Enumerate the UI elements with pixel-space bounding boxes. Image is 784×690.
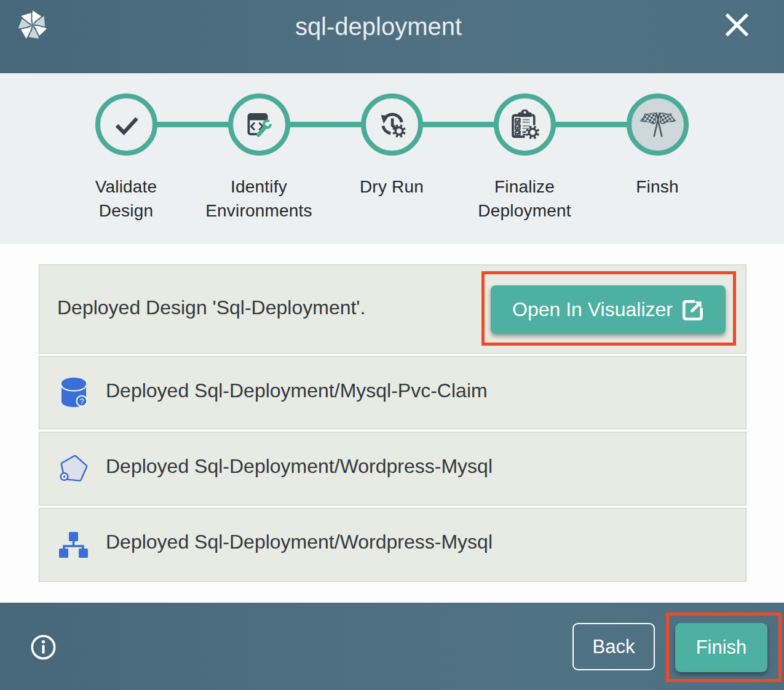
svg-text:?: ? [80, 397, 84, 406]
